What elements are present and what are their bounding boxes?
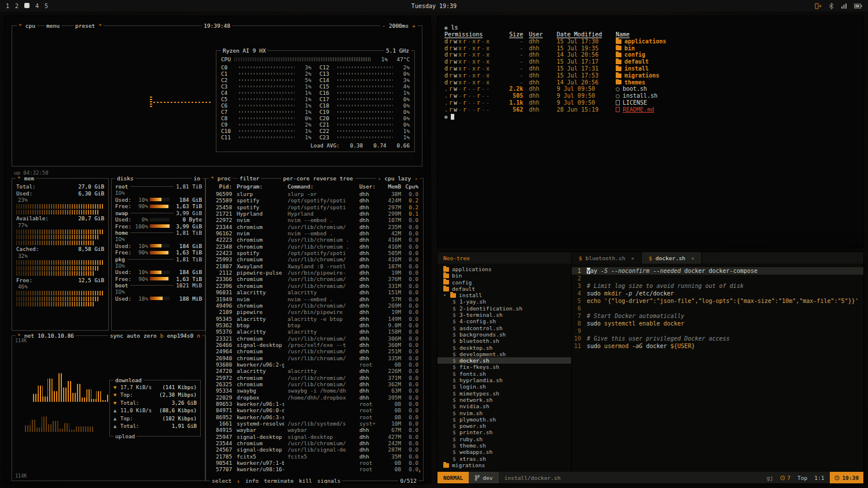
tree-item-3-terminal-sh[interactable]: $3-terminal.sh [437,312,571,318]
pid-header[interactable]: Pid: [209,183,232,191]
process-row[interactable]: 31949nvimnvim --embed .dhh57M0.0 [209,296,421,302]
tree-item-4-config-sh[interactable]: $4-config.sh [437,318,571,324]
process-row[interactable]: 21721HyprlandHyprlanddhh299M0.1 [209,210,421,217]
workspace-button[interactable] [24,3,30,9]
interval-decrease-button[interactable]: - [382,23,385,29]
tree-item-development-sh[interactable]: $development.sh [437,351,571,357]
process-row[interactable]: 21785fcitx5fcitx5dhh35M0.0 [209,453,421,460]
auto-button[interactable]: auto [127,332,140,339]
process-row[interactable]: 96162nvimnvim --embed .dhh42M0.0 [209,230,421,236]
zero-button[interactable]: zero [144,332,157,339]
process-row[interactable]: 57707kworker/u98:16-broot0B0.0 [209,466,421,472]
sync-button[interactable]: sync [110,332,123,339]
process-row[interactable]: 25972chromium/usr/lib/chromium/dhh371M0.… [209,375,421,381]
workspace-button[interactable]: 1 [6,3,9,9]
tree-item-config[interactable]: config [437,279,571,286]
sort-selector[interactable]: cpu lazy [385,175,411,182]
process-row[interactable]: 25947signal-desktopsignal-desktopdhh427M… [209,434,421,440]
process-row[interactable]: 2112pipewire-pulse/usr/bin/pipewire-dhh1… [209,269,421,276]
stats-icon[interactable] [841,3,847,9]
tab-docker-sh[interactable]: $docker.sh× [642,252,702,264]
process-row[interactable]: 93680kworker/u96:2-gfroot0B0.0 [209,361,421,368]
tree-item-bluetooth-sh[interactable]: $bluetooth.sh [437,338,571,344]
tree-item-docker-sh[interactable]: $docker.sh [437,357,571,364]
tree-item-printer-sh[interactable]: $printer.sh [437,429,571,435]
process-row[interactable]: 23366chromium/usr/lib/chromium/dhh376M0.… [209,276,421,282]
process-row[interactable]: 95345alacrittyalacritty -e btopdhh149M0.… [209,316,421,322]
git-branch[interactable]: dev [469,472,498,483]
logout-icon[interactable] [815,3,822,9]
process-row[interactable]: 25589spotify/opt/spotify/spotidhh424M0.2 [209,197,421,204]
process-row[interactable]: 22423spotify/opt/spotify/spotidhh505M0.0 [209,250,421,256]
process-row[interactable]: 24567signal-desktop/usr/lib/signal-dedhh… [209,446,421,453]
footer-key-kill[interactable]: kill [299,478,312,483]
tree-item-desktop-sh[interactable]: $desktop.sh [437,345,571,351]
per-core-toggle[interactable]: per-core [283,175,310,182]
neotree-panel[interactable]: applicationsbinconfigdefault▾install$1-y… [437,264,572,472]
process-row[interactable]: 96599slurpslurp -ordhh38M0.0 [209,191,421,197]
filter-button[interactable]: filter [240,175,259,182]
iface-prev-button[interactable]: b [160,332,164,339]
close-icon[interactable]: × [689,255,694,261]
process-row[interactable]: 24964chromium/usr/lib/chromium/dhh251M0.… [209,348,421,354]
workspace-button[interactable]: 2 [15,3,19,9]
process-row[interactable]: 25993chromium/usr/lib/chromium/dhh416M0.… [209,256,421,263]
process-row[interactable]: 24720alacrittyalacrittydhh226M0.0 [209,368,421,374]
tree-item-webapps-sh[interactable]: $webapps.sh [437,449,571,455]
process-row[interactable]: 22348chromium/usr/lib/chromium .dhh416M0… [209,243,421,250]
tree-item-theme-sh[interactable]: $theme.sh [437,442,571,449]
process-row[interactable]: 21807XwaylandXwayland :0 -rootldhh187M0.… [209,263,421,269]
tree-item-mimetypes-sh[interactable]: $mimetypes.sh [437,390,571,397]
battery-icon[interactable] [854,3,862,9]
tree-item-hyprlandia-sh[interactable]: $hyprlandia.sh [437,377,571,383]
tree-item-plymouth-sh[interactable]: $plymouth.sh [437,416,571,423]
close-icon[interactable]: × [628,255,634,261]
tree-item-1-yay-sh[interactable]: $1-yay.sh [437,298,571,305]
process-row[interactable]: 23544chromium/usr/lib/chromium/dhh242M0.… [209,440,421,446]
scroll-down-icon[interactable]: ↓ [418,468,421,474]
process-row[interactable]: 84971kworker/u96:0-dmroot0B0.0 [209,407,421,413]
io-mode-button[interactable]: io [194,175,200,182]
tree-item-nvidia-sh[interactable]: $nvidia.sh [437,403,571,409]
tree-item-network-sh[interactable]: $network.sh [437,397,571,403]
process-row[interactable]: 26466signal-desktop/proc/self/exe --tdhh… [209,342,421,348]
program-header[interactable]: Program: [232,183,284,191]
tree-item-2-identification-sh[interactable]: $2-identification.sh [437,305,571,312]
tree-toggle[interactable]: tree [340,175,353,182]
editor-area[interactable]: 1yay -S --noconfirm --needed docker dock… [572,264,863,472]
tree-item-ruby-sh[interactable]: $ruby.sh [437,436,571,442]
tree-item-nvim-sh[interactable]: $nvim.sh [437,410,571,416]
process-row[interactable]: 1661systemd-resolve/usr/lib/systemd/ssys… [209,420,421,427]
tree-item-backgrounds-sh[interactable]: $backgrounds.sh [437,331,571,338]
process-row[interactable]: 26325chromium/usr/lib/chromium/dhh362M0.… [209,381,421,387]
process-row[interactable]: 84915waybarwaybardhh67M0.0 [209,427,421,433]
process-row[interactable]: 23321chromium/usr/lib/chromium/dhh306M0.… [209,335,421,342]
tree-item-fonts-sh[interactable]: $fonts.sh [437,371,571,377]
footer-key-terminate[interactable]: terminate [264,478,293,483]
memory-header[interactable]: MemB [379,183,401,191]
tree-item-install[interactable]: ▾install [437,292,571,298]
tree-item-fix-fkeys-sh[interactable]: $fix-fkeys.sh [437,364,571,370]
tree-item-bin[interactable]: bin [437,272,571,279]
tree-item-default[interactable]: default [437,286,571,292]
process-row[interactable]: 23344chromium/usr/lib/chromium/dhh235M0.… [209,224,421,230]
tree-item-migrations[interactable]: migrations [437,462,571,468]
bluetooth-icon[interactable] [829,3,834,9]
btop-window[interactable]: *cpu menu preset * 19:39:48 - 2000ms + R… [5,16,431,483]
terminal-window[interactable]: ● ls Permissions Size User Date Modified… [437,16,863,247]
process-row[interactable]: 25458spotify/opt/spotify/spotidhh297M0.2 [209,204,421,210]
process-row[interactable]: 90541kworker/u97:1-btroot0B0.0 [209,460,421,466]
iface-next-button[interactable]: n [197,332,200,339]
interval-increase-button[interactable]: + [412,23,415,29]
process-row[interactable]: 22972nvimnvim --embed .dhh107M0.0 [209,217,421,223]
process-row[interactable]: 95376alacrittyalacrittydhh158M0.0 [209,328,421,335]
tree-item-xtras-sh[interactable]: $xtras.sh [437,456,571,462]
process-row[interactable]: 89653kworker/u96:1-sdroot0B0.0 [209,401,421,407]
tree-item-login-sh[interactable]: $login.sh [437,383,571,390]
command-header[interactable]: Command: [284,183,357,191]
workspace-button[interactable]: 5 [45,3,48,9]
footer-key-select[interactable]: select [212,478,231,483]
cpu-header[interactable]: Cpu% [401,183,421,191]
user-header[interactable]: User: [357,183,379,191]
process-row[interactable]: 49496chromium/usr/lib/chromium/dhh269M0.… [209,302,421,309]
